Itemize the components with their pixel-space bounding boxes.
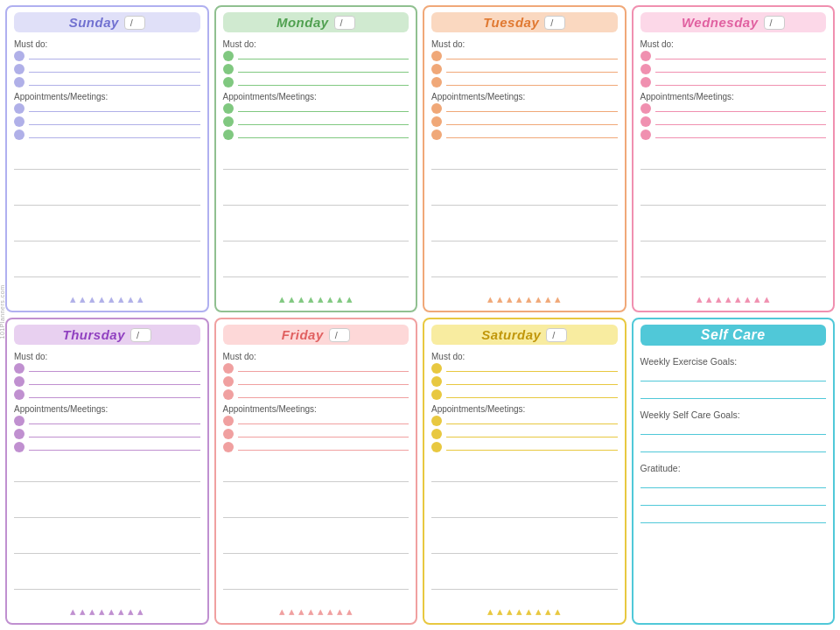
sunday-drop-1[interactable]: ▴	[70, 292, 76, 305]
saturday-drop-4[interactable]: ▴	[516, 605, 522, 618]
saturday-bullet-2[interactable]	[431, 376, 618, 387]
saturday-drop-2[interactable]: ▴	[497, 605, 503, 618]
wednesday-note-1[interactable]	[640, 158, 827, 170]
exercise-line-2[interactable]	[640, 387, 827, 399]
sunday-drop-6[interactable]: ▴	[118, 292, 124, 305]
saturday-drop-7[interactable]: ▴	[545, 605, 551, 618]
wednesday-bullet-3[interactable]	[640, 77, 827, 88]
friday-bullet-3[interactable]	[223, 389, 410, 400]
saturday-bullet-3[interactable]	[431, 389, 618, 400]
saturday-date[interactable]: /	[546, 328, 567, 342]
friday-drop-3[interactable]: ▴	[298, 605, 304, 618]
thursday-bullet-3[interactable]	[14, 389, 200, 400]
saturday-drop-1[interactable]: ▴	[487, 605, 494, 618]
sunday-note-3[interactable]	[14, 229, 200, 242]
wednesday-drop-5[interactable]: ▴	[735, 292, 741, 305]
sunday-date[interactable]: /	[124, 16, 145, 30]
friday-drop-6[interactable]: ▴	[327, 605, 333, 618]
saturday-bullet-1[interactable]	[431, 363, 618, 374]
sunday-note-2[interactable]	[14, 193, 200, 206]
friday-appt-3[interactable]	[223, 442, 410, 452]
thursday-bullet-1[interactable]	[14, 363, 200, 374]
selfcare-goal-line-2[interactable]	[640, 440, 827, 452]
monday-drop-1[interactable]: ▴	[279, 292, 285, 305]
friday-note-4[interactable]	[223, 578, 410, 590]
saturday-drop-3[interactable]: ▴	[507, 605, 513, 618]
monday-appt-2[interactable]	[223, 116, 410, 127]
wednesday-note-4[interactable]	[640, 265, 827, 277]
tuesday-drop-8[interactable]: ▴	[555, 292, 561, 305]
gratitude-line-3[interactable]	[640, 511, 827, 523]
tuesday-note-1[interactable]	[431, 158, 618, 170]
monday-note-3[interactable]	[223, 229, 410, 242]
monday-drop-7[interactable]: ▴	[337, 292, 343, 305]
monday-note-2[interactable]	[223, 193, 410, 206]
wednesday-drop-8[interactable]: ▴	[764, 292, 770, 305]
tuesday-note-2[interactable]	[431, 193, 618, 206]
tuesday-note-4[interactable]	[431, 265, 618, 277]
thursday-note-2[interactable]	[14, 506, 200, 518]
friday-drop-1[interactable]: ▴	[279, 605, 285, 618]
friday-appt-1[interactable]	[223, 416, 410, 426]
tuesday-appt-3[interactable]	[431, 130, 618, 140]
friday-bullet-2[interactable]	[223, 376, 410, 387]
friday-drop-2[interactable]: ▴	[289, 605, 295, 618]
thursday-appt-2[interactable]	[14, 429, 200, 439]
monday-note-4[interactable]	[223, 265, 410, 277]
wednesday-drop-1[interactable]: ▴	[696, 292, 703, 305]
exercise-line-1[interactable]	[640, 369, 827, 382]
tuesday-bullet-1[interactable]	[431, 51, 618, 61]
friday-note-1[interactable]	[223, 470, 410, 482]
monday-drop-6[interactable]: ▴	[327, 292, 333, 305]
gratitude-line-2[interactable]	[640, 494, 827, 506]
sunday-drop-8[interactable]: ▴	[137, 292, 144, 305]
sunday-appt-1[interactable]	[14, 103, 200, 114]
sunday-appt-2[interactable]	[14, 116, 200, 127]
thursday-bullet-2[interactable]	[14, 376, 200, 387]
thursday-drop-8[interactable]: ▴	[137, 605, 144, 618]
monday-note-1[interactable]	[223, 158, 410, 170]
tuesday-appt-1[interactable]	[431, 103, 618, 114]
monday-bullet-3[interactable]	[223, 77, 410, 88]
tuesday-drop-6[interactable]: ▴	[536, 292, 542, 305]
monday-bullet-1[interactable]	[223, 51, 410, 61]
saturday-drop-8[interactable]: ▴	[555, 605, 561, 618]
saturday-note-4[interactable]	[431, 578, 618, 590]
friday-drop-8[interactable]: ▴	[346, 605, 353, 618]
wednesday-drop-7[interactable]: ▴	[754, 292, 760, 305]
thursday-date[interactable]: /	[130, 328, 151, 342]
wednesday-drop-4[interactable]: ▴	[725, 292, 732, 305]
monday-drop-3[interactable]: ▴	[298, 292, 304, 305]
tuesday-drop-3[interactable]: ▴	[507, 292, 513, 305]
saturday-appt-2[interactable]	[431, 429, 618, 439]
sunday-note-1[interactable]	[14, 158, 200, 170]
saturday-note-2[interactable]	[431, 506, 618, 518]
saturday-appt-3[interactable]	[431, 442, 618, 452]
tuesday-appt-2[interactable]	[431, 116, 618, 127]
wednesday-drop-2[interactable]: ▴	[706, 292, 712, 305]
wednesday-appt-2[interactable]	[640, 116, 827, 127]
tuesday-drop-7[interactable]: ▴	[545, 292, 551, 305]
sunday-bullet-3[interactable]	[14, 77, 200, 88]
wednesday-appt-1[interactable]	[640, 103, 827, 114]
thursday-note-3[interactable]	[14, 542, 200, 554]
friday-drop-4[interactable]: ▴	[308, 605, 314, 618]
monday-appt-3[interactable]	[223, 130, 410, 140]
monday-appt-1[interactable]	[223, 103, 410, 114]
thursday-drop-6[interactable]: ▴	[118, 605, 124, 618]
wednesday-note-3[interactable]	[640, 229, 827, 242]
wednesday-appt-3[interactable]	[640, 130, 827, 140]
saturday-note-1[interactable]	[431, 470, 618, 482]
friday-drop-5[interactable]: ▴	[318, 605, 324, 618]
saturday-appt-1[interactable]	[431, 416, 618, 426]
monday-date[interactable]: /	[334, 16, 355, 30]
friday-drop-7[interactable]: ▴	[337, 605, 343, 618]
thursday-drop-5[interactable]: ▴	[108, 605, 115, 618]
wednesday-note-2[interactable]	[640, 193, 827, 206]
wednesday-drop-6[interactable]: ▴	[745, 292, 751, 305]
saturday-note-3[interactable]	[431, 542, 618, 554]
sunday-bullet-2[interactable]	[14, 64, 200, 74]
tuesday-drop-2[interactable]: ▴	[497, 292, 503, 305]
tuesday-bullet-3[interactable]	[431, 77, 618, 88]
tuesday-drop-5[interactable]: ▴	[526, 292, 532, 305]
